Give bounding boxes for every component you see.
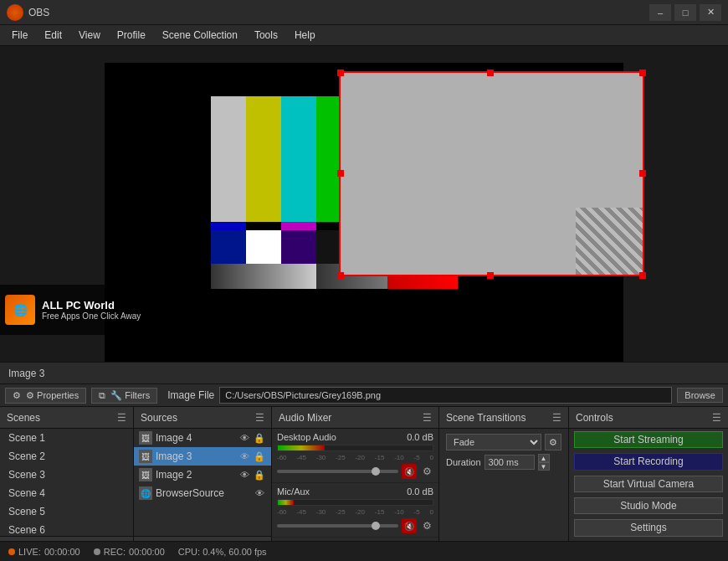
source-lock-icon[interactable]: 🔒	[253, 468, 266, 481]
start-streaming-button[interactable]: Start Streaming	[574, 431, 723, 448]
sources-menu-icon[interactable]: ☰	[255, 412, 264, 424]
menubar: File Edit View Profile Scene Collection …	[0, 25, 728, 46]
audio-mixer-panel: Audio Mixer ☰ Desktop Audio 0.0 dB -60-4…	[272, 407, 439, 561]
menu-file[interactable]: File	[3, 27, 36, 44]
source-item[interactable]: 🌐 BrowserSource 👁	[134, 484, 271, 502]
preview-area: 🌐 ALL PC World Free Apps One Click Away	[0, 46, 728, 363]
source-item[interactable]: 🖼 Image 3 👁 🔒	[134, 447, 271, 466]
desktop-audio-config-button[interactable]: ⚙	[420, 465, 433, 478]
menu-edit[interactable]: Edit	[36, 27, 70, 44]
desktop-audio-scale: -60-45-30-25-20-15-10-50	[277, 454, 433, 461]
mic-aux-mute-button[interactable]: 🔇	[402, 518, 417, 533]
mic-aux-controls: 🔇 ⚙	[277, 518, 433, 533]
gear-icon: ⚙	[13, 390, 21, 401]
image-path-bar: ⚙ ⚙ Properties ⧉ 🔧 Filters Image File Br…	[0, 384, 728, 407]
mic-aux-scale: -60-45-30-25-20-15-10-50	[277, 508, 433, 516]
controls-panel: Controls ☰ Start Streaming Start Recordi…	[569, 407, 728, 561]
duration-input[interactable]	[484, 455, 535, 470]
rec-label: REC:	[104, 547, 126, 557]
scene-label: Image 3	[0, 363, 728, 385]
menu-view[interactable]: View	[70, 27, 109, 44]
live-time: 00:00:00	[44, 547, 80, 557]
source-eye-icon[interactable]: 👁	[253, 486, 266, 500]
scene-item[interactable]: Scene 3	[0, 466, 133, 484]
source-name: Image 4	[156, 432, 192, 444]
scene-item[interactable]: Scene 5	[0, 502, 133, 521]
menu-help[interactable]: Help	[286, 27, 324, 44]
duration-down-button[interactable]: ▼	[538, 462, 550, 471]
start-virtual-camera-button[interactable]: Start Virtual Camera	[574, 476, 723, 492]
scenes-menu-icon[interactable]: ☰	[117, 412, 126, 424]
source-type-icon: 🖼	[139, 450, 152, 463]
desktop-audio-meter	[277, 445, 433, 451]
cpu-label: CPU: 0.4%, 60.00 fps	[178, 547, 267, 557]
settings-button[interactable]: Settings	[574, 519, 723, 536]
start-recording-button[interactable]: Start Recording	[574, 453, 723, 470]
controls-header: Controls ☰	[569, 407, 728, 429]
scenes-title: Scenes	[7, 412, 40, 424]
duration-up-button[interactable]: ▲	[538, 454, 550, 462]
minimize-button[interactable]: –	[649, 4, 671, 21]
source-name: Image 2	[156, 469, 192, 481]
scene-item[interactable]: Scene 6	[0, 521, 133, 536]
sources-title: Sources	[141, 412, 177, 424]
menu-profile[interactable]: Profile	[109, 27, 154, 44]
source-eye-icon[interactable]: 👁	[238, 450, 251, 463]
app-logo	[7, 4, 23, 21]
mic-aux-label: Mic/Aux	[277, 486, 310, 497]
source-lock-icon[interactable]: 🔒	[253, 450, 266, 463]
desktop-audio-fader[interactable]	[277, 470, 398, 473]
controls-menu-icon[interactable]: ☰	[712, 412, 721, 424]
scene-item[interactable]: Scene 2	[0, 447, 133, 466]
live-label: LIVE:	[18, 547, 41, 557]
sources-list: 🖼 Image 4 👁 🔒 🖼 Image 3 👁 🔒	[134, 429, 271, 536]
rec-dot	[94, 548, 100, 555]
watermark: 🌐 ALL PC World Free Apps One Click Away	[0, 285, 176, 335]
watermark-title: ALL PC World	[42, 299, 141, 311]
transition-type-select[interactable]: Fade Cut Swipe	[446, 434, 541, 450]
maximize-button[interactable]: □	[674, 4, 696, 21]
desktop-audio-controls: 🔇 ⚙	[277, 464, 433, 479]
scene-item[interactable]: Scene 1	[0, 429, 133, 447]
source-name: BrowserSource	[156, 487, 224, 499]
close-button[interactable]: ✕	[700, 4, 721, 21]
sources-panel-header: Sources ☰	[134, 407, 271, 429]
rec-time: 00:00:00	[129, 547, 165, 557]
desktop-audio-db: 0.0 dB	[407, 432, 433, 442]
transitions-menu-icon[interactable]: ☰	[552, 412, 561, 424]
transitions-header: Scene Transitions ☰	[439, 407, 568, 429]
scene-item[interactable]: Scene 4	[0, 484, 133, 502]
transition-gear-button[interactable]: ⚙	[545, 434, 561, 450]
watermark-logo: 🌐	[5, 295, 35, 325]
source-lock-icon[interactable]: 🔒	[253, 431, 266, 445]
scene-transitions-panel: Scene Transitions ☰ Fade Cut Swipe ⚙ Dur…	[439, 407, 569, 561]
duration-label: Duration	[446, 457, 481, 467]
properties-tab[interactable]: ⚙ ⚙ Properties	[5, 388, 86, 404]
transitions-content: Fade Cut Swipe ⚙ Duration ▲ ▼	[439, 429, 568, 476]
source-item[interactable]: 🖼 Image 2 👁 🔒	[134, 466, 271, 484]
controls-title: Controls	[576, 412, 613, 424]
menu-scene-collection[interactable]: Scene Collection	[154, 27, 246, 44]
image-path-input[interactable]	[219, 387, 672, 404]
audio-mixer-menu-icon[interactable]: ☰	[423, 412, 432, 424]
mic-aux-track: Mic/Aux 0.0 dB -60-45-30-25-20-15-10-50 …	[272, 483, 438, 538]
desktop-audio-mute-button[interactable]: 🔇	[402, 464, 417, 479]
current-scene-name: Image 3	[8, 368, 44, 379]
mic-aux-config-button[interactable]: ⚙	[420, 519, 433, 533]
source-eye-icon[interactable]: 👁	[238, 468, 251, 481]
mic-aux-fader[interactable]	[277, 524, 398, 528]
bottom-panels: Scenes ☰ Scene 1 Scene 2 Scene 3 Scene 4…	[0, 407, 728, 561]
transitions-title: Scene Transitions	[446, 412, 525, 424]
scenes-panel-header: Scenes ☰	[0, 407, 133, 429]
source-eye-icon[interactable]: 👁	[238, 431, 251, 445]
filters-tab[interactable]: ⧉ 🔧 Filters	[91, 388, 157, 404]
audio-mixer-header: Audio Mixer ☰	[272, 407, 438, 429]
source-type-icon: 🖼	[139, 468, 152, 481]
sources-panel: Sources ☰ 🖼 Image 4 👁 🔒 🖼 Image 3	[134, 407, 272, 561]
browse-button[interactable]: Browse	[677, 388, 723, 403]
desktop-audio-label: Desktop Audio	[277, 432, 336, 442]
menu-tools[interactable]: Tools	[246, 27, 286, 44]
studio-mode-button[interactable]: Studio Mode	[574, 497, 723, 514]
desktop-audio-track: Desktop Audio 0.0 dB -60-45-30-25-20-15-…	[272, 429, 438, 483]
source-item[interactable]: 🖼 Image 4 👁 🔒	[134, 429, 271, 447]
